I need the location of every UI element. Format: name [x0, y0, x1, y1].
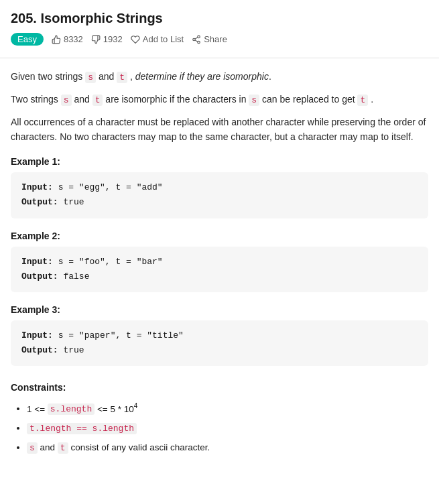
svg-point-0 — [198, 36, 200, 38]
example-3: Example 3: Input: s = "paper", t = "titl… — [11, 304, 428, 366]
constraint-1-code: s.length — [48, 403, 95, 415]
constraint-1-lte: <= 5 * 10 — [95, 403, 134, 414]
example-1: Example 1: Input: s = "egg", t = "add" O… — [11, 156, 428, 218]
desc-t-var2: t — [92, 94, 103, 106]
constraint-2-code: t.length == s.length — [27, 423, 137, 434]
desc-s-var2: s — [61, 94, 72, 106]
add-to-list-item[interactable]: Add to List — [131, 34, 184, 44]
description: Given two strings s and t , determine if… — [11, 69, 428, 144]
constraint-1-sup: 4 — [134, 402, 138, 410]
desc-and1: and — [99, 71, 117, 82]
likes-item[interactable]: 8332 — [52, 34, 83, 44]
constraints-label: Constraints: — [11, 382, 428, 393]
constraint-1-text: 1 <= — [27, 403, 48, 414]
meta-row: Easy 8332 1932 Add to List Share — [11, 33, 428, 46]
example-1-label: Example 1: — [11, 156, 428, 167]
example-1-output-kw: Output: — [21, 197, 58, 207]
example-3-input-val: s = "paper", t = "title" — [58, 330, 184, 340]
desc-two-strings: Two strings — [11, 94, 61, 105]
constraints-section: Constraints: 1 <= s.length <= 5 * 104 t.… — [11, 382, 428, 457]
example-3-output-val: true — [63, 345, 84, 355]
desc-after-t: , determine if they are isomorphic. — [130, 71, 271, 82]
desc-t-var: t — [117, 72, 127, 83]
examples-container: Example 1: Input: s = "egg", t = "add" O… — [11, 156, 428, 366]
example-3-label: Example 3: — [11, 304, 428, 315]
likes-count: 8332 — [64, 34, 83, 44]
constraint-3-t: t — [58, 442, 68, 454]
description-line3: All occurrences of a character must be r… — [11, 115, 428, 145]
desc-are-isomorphic: are isomorphic if the characters in — [105, 94, 249, 105]
description-line2: Two strings s and t are isomorphic if th… — [11, 92, 428, 108]
example-2-output-val: false — [63, 271, 89, 281]
desc-s-var: s — [85, 72, 96, 83]
constraint-2: t.length == s.length — [27, 420, 428, 438]
share-icon — [192, 35, 201, 44]
example-2-block: Input: s = "foo", t = "bar" Output: fals… — [11, 247, 428, 292]
example-2: Example 2: Input: s = "foo", t = "bar" O… — [11, 231, 428, 292]
example-2-input-kw: Input: — [21, 257, 53, 267]
dislikes-count: 1932 — [103, 34, 123, 44]
constraint-1: 1 <= s.length <= 5 * 104 — [27, 399, 428, 418]
difficulty-badge: Easy — [11, 33, 44, 46]
add-to-list-label: Add to List — [143, 34, 184, 44]
desc-and2: and — [74, 94, 92, 105]
constraints-list: 1 <= s.length <= 5 * 104 t.length == s.l… — [11, 399, 428, 457]
desc-s-var3: s — [249, 94, 259, 106]
constraint-3: s and t consist of any valid ascii chara… — [27, 439, 428, 457]
divider — [0, 58, 439, 58]
heart-icon — [131, 35, 140, 44]
dislikes-item[interactable]: 1932 — [91, 34, 123, 44]
share-label: Share — [204, 34, 227, 44]
description-line1: Given two strings s and t , determine if… — [11, 69, 428, 85]
example-2-label: Example 2: — [11, 231, 428, 241]
thumbs-up-icon — [52, 35, 61, 44]
svg-point-2 — [198, 41, 200, 44]
example-3-block: Input: s = "paper", t = "title" Output: … — [11, 320, 428, 366]
desc-can-be-replaced: can be replaced to get — [262, 94, 357, 105]
constraint-3-and: and — [40, 442, 58, 452]
example-3-input-kw: Input: — [21, 330, 53, 340]
desc-t-var3: t — [357, 94, 368, 106]
example-3-output-kw: Output: — [21, 345, 58, 355]
problem-title: 205. Isomorphic Strings — [11, 11, 428, 26]
desc-before-s: Given two strings — [11, 71, 82, 82]
svg-point-1 — [193, 38, 196, 41]
svg-line-4 — [195, 37, 198, 38]
example-1-block: Input: s = "egg", t = "add" Output: true — [11, 172, 428, 218]
constraint-3-s: s — [27, 442, 38, 454]
example-1-input-val: s = "egg", t = "add" — [58, 182, 163, 192]
example-1-input-kw: Input: — [21, 182, 53, 192]
constraint-3-text: consist of any valid ascii character. — [70, 442, 210, 452]
share-item[interactable]: Share — [192, 34, 227, 44]
desc-period: . — [371, 94, 373, 105]
example-2-output-kw: Output: — [21, 271, 58, 281]
example-1-output-val: true — [63, 197, 84, 207]
svg-line-3 — [195, 40, 198, 41]
example-2-input-val: s = "foo", t = "bar" — [58, 257, 163, 267]
thumbs-down-icon — [91, 35, 101, 44]
